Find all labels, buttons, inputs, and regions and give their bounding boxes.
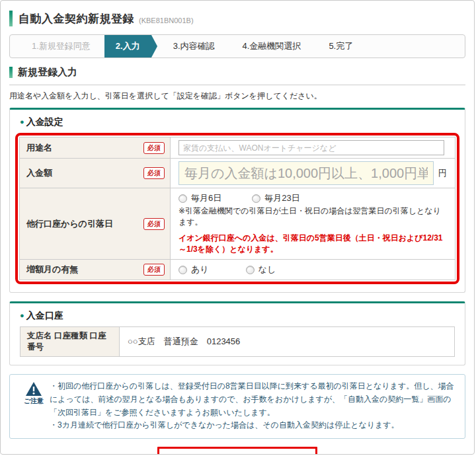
account-row-label: 支店名 口座種類 口座番号 bbox=[20, 327, 120, 357]
purpose-label: 用途名 bbox=[26, 143, 52, 153]
table-row-amount: 必須 入金額 円 bbox=[20, 159, 456, 188]
deposit-settings-table: 必須 用途名 必須 入金額 円 bbox=[19, 137, 456, 280]
caution-icon-block: ご注意 bbox=[18, 380, 50, 432]
section-accent-bar bbox=[9, 67, 13, 78]
required-badge: 必須 bbox=[143, 142, 165, 154]
increase-month-label: 増額月の有無 bbox=[26, 264, 78, 274]
radio-option-day6[interactable]: 毎月6日 bbox=[178, 192, 221, 204]
bullet-icon: ● bbox=[20, 311, 24, 319]
debit-day-label: 他行口座からの引落日 bbox=[26, 219, 113, 229]
amount-input[interactable] bbox=[178, 161, 434, 185]
table-row-purpose: 必須 用途名 bbox=[20, 137, 456, 159]
deposit-account-heading: ●入金口座 bbox=[20, 310, 455, 322]
debit-day-note: ※引落金融機関での引落日が土日・祝日の場合は翌営業日の引落しとなります。 bbox=[178, 206, 447, 228]
step-4-bank-select: 4.金融機関選択 bbox=[229, 35, 315, 57]
radio-option-day23[interactable]: 毎月23日 bbox=[252, 192, 299, 204]
table-row-increase-month: 必須 増額月の有無 あり なし bbox=[20, 260, 456, 280]
deposit-account-panel: ●入金口座 支店名 口座種類 口座番号 ○○支店 普通預金 0123456 bbox=[9, 301, 465, 365]
table-row-debit-day: 必須 他行口座からの引落日 毎月6日 毎月23日 bbox=[20, 188, 456, 260]
radio-option-no[interactable]: なし bbox=[246, 264, 276, 276]
radio-icon[interactable] bbox=[246, 266, 255, 274]
notice-text: ・初回の他行口座からの引落しは、登録受付日の8営業日目以降に到来する最初の引落日… bbox=[50, 380, 457, 432]
page-title: 自動入金契約新規登録 bbox=[19, 11, 134, 26]
section-header: 新規登録入力 bbox=[9, 66, 465, 85]
account-row-value: ○○支店 普通預金 0123456 bbox=[120, 327, 455, 357]
highlight-annotation-box: 必須 用途名 必須 入金額 円 bbox=[15, 133, 459, 284]
table-row-account: 支店名 口座種類 口座番号 ○○支店 普通預金 0123456 bbox=[20, 327, 455, 357]
warning-triangle-icon bbox=[26, 382, 42, 396]
instruction-text: 用途名や入金額を入力し、引落日を選択して「設定を確認」ボタンを押してください。 bbox=[9, 91, 465, 102]
amount-unit-label: 円 bbox=[438, 167, 447, 179]
required-badge: 必須 bbox=[143, 218, 165, 230]
submit-highlight-annotation: 設定を確認 bbox=[157, 447, 317, 455]
radio-icon[interactable] bbox=[178, 266, 187, 274]
page-panel: 自動入金契約新規登録 (KBE81BN001B) 1.新規登録同意 2.入力 3… bbox=[0, 0, 475, 455]
deposit-account-table: 支店名 口座種類 口座番号 ○○支店 普通預金 0123456 bbox=[20, 326, 455, 357]
notice-box: ご注意 ・初回の他行口座からの引落しは、登録受付日の8営業日目以降に到来する最初… bbox=[9, 374, 465, 439]
section-title: 新規登録入力 bbox=[18, 66, 77, 79]
amount-label: 入金額 bbox=[26, 168, 52, 178]
radio-icon[interactable] bbox=[178, 194, 187, 203]
step-5-complete: 5.完了 bbox=[315, 35, 367, 57]
radio-option-yes[interactable]: あり bbox=[178, 264, 209, 276]
bullet-icon: ● bbox=[20, 118, 24, 126]
deposit-settings-panel: ●入金設定 必須 用途名 必須 入金額 bbox=[9, 108, 465, 293]
purpose-input[interactable] bbox=[178, 140, 444, 155]
title-accent-bar bbox=[9, 11, 13, 26]
page-code: (KBE81BN001B) bbox=[139, 13, 194, 24]
deposit-settings-heading: ●入金設定 bbox=[20, 116, 455, 128]
radio-icon[interactable] bbox=[252, 194, 260, 203]
debit-day-warning: イオン銀行口座への入金は、引落日の5営業日後（土日・祝日および12/31～1/3… bbox=[178, 233, 447, 255]
step-progress-bar: 1.新規登録同意 2.入力 3.内容確認 4.金融機関選択 5.完了 bbox=[9, 34, 465, 58]
notice-line: ・3カ月連続で他行口座から引落しができなかった場合は、その自動入金契約は停止とな… bbox=[50, 419, 457, 432]
required-badge: 必須 bbox=[143, 264, 165, 276]
step-3-confirm: 3.内容確認 bbox=[159, 35, 229, 57]
caution-label: ご注意 bbox=[18, 397, 50, 406]
required-badge: 必須 bbox=[143, 167, 165, 179]
notice-line: ・初回の他行口座からの引落しは、登録受付日の8営業日目以降に到来する最初の引落日… bbox=[50, 380, 457, 419]
page-header: 自動入金契約新規登録 (KBE81BN001B) bbox=[9, 9, 465, 28]
step-2-input: 2.入力 bbox=[104, 35, 151, 57]
step-1-agreement: 1.新規登録同意 bbox=[10, 35, 104, 57]
footer-actions: 中止 設定を確認 bbox=[9, 447, 465, 455]
